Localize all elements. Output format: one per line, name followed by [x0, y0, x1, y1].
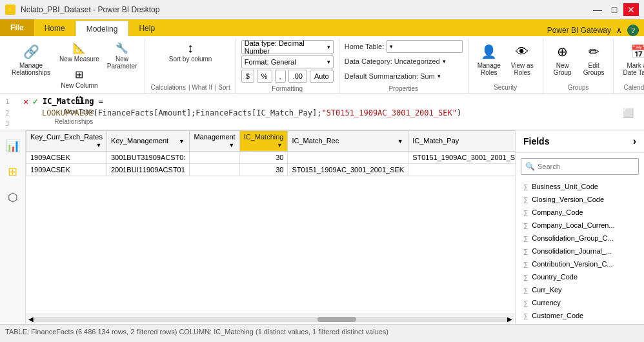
view-as-roles-button[interactable]: 👁 View asRoles — [507, 39, 538, 79]
filter-key-curr-icon[interactable]: ▼ — [95, 141, 103, 149]
dollar-button[interactable]: $ — [241, 70, 254, 83]
field-icon: ∑ — [523, 235, 528, 242]
cell-ic-match-rec-1 — [288, 152, 408, 164]
home-table-dropdown[interactable] — [387, 40, 462, 53]
cell-ic-matching-1: 30 — [239, 152, 288, 164]
col-key-mgmt[interactable]: Key_Management ▼ — [106, 131, 190, 152]
manage-roles-button[interactable]: 👤 ManageRoles — [474, 39, 505, 79]
field-label: Business_Unit_Code — [532, 183, 598, 190]
fields-expand-icon[interactable]: › — [633, 136, 636, 147]
home-table-row: Home Table: — [345, 40, 463, 54]
new-column-button[interactable]: ⊞ New Column — [57, 65, 102, 90]
cell-key-mgmt-1: 3001BUT31909ACST0: — [106, 152, 190, 164]
new-measure-button[interactable]: 📐 New Measure — [57, 39, 102, 64]
col-ic-matching[interactable]: IC_Matching ▼ — [239, 131, 288, 152]
scrollbar-track[interactable] — [34, 317, 507, 322]
field-label: Closing_Version_Code — [532, 196, 604, 203]
formula-row-3: 3 — [0, 119, 644, 128]
field-label: Company_Code — [532, 208, 583, 216]
filter-ic-match-rec-icon[interactable]: ▼ — [396, 137, 404, 145]
horizontal-scrollbar[interactable]: ◀ ▶ — [26, 314, 515, 324]
data-table[interactable]: Key_Curr_Exch_Rates ▼ Key_Management ▼ M… — [26, 130, 515, 314]
data-grid: Key_Curr_Exch_Rates ▼ Key_Management ▼ M… — [26, 130, 515, 176]
tab-file[interactable]: File — [0, 19, 34, 36]
new-parameter-button[interactable]: 🔧 NewParameter — [105, 39, 140, 71]
new-group-label: NewGroup — [554, 62, 572, 76]
decimal-decrease-button[interactable]: .00 — [288, 70, 307, 83]
filter-management-icon[interactable]: ▼ — [228, 141, 236, 149]
fields-panel: Fields › 🔍 ∑ Business_Unit_Code ∑ Closin… — [515, 130, 644, 324]
table-row: 1909ACSEK 2001BUI11909ACST01 30 ST0151_1… — [26, 164, 516, 176]
default-summarization-label: Default Summarization: Sum — [345, 72, 435, 80]
comma-button[interactable]: , — [275, 70, 286, 83]
col-management[interactable]: Management ▼ — [190, 131, 239, 152]
minimize-button[interactable]: — — [590, 3, 605, 16]
tab-home[interactable]: Home — [34, 21, 75, 36]
report-view-icon[interactable]: 📊 — [3, 136, 23, 156]
filter-ic-matching-icon[interactable]: ▼ — [276, 141, 283, 149]
manage-relationships-button[interactable]: 🔗 ManageRelationships — [8, 39, 54, 79]
data-view-icon[interactable]: ⊞ — [3, 161, 23, 182]
new-parameter-label: NewParameter — [107, 55, 137, 70]
close-button[interactable]: ✕ — [623, 3, 639, 16]
properties-group-label: Properties — [345, 84, 463, 92]
list-item[interactable]: ∑ Consolidation_Journal_... — [516, 245, 644, 257]
app-icon: ⚡ — [5, 5, 15, 15]
format-dropdown[interactable]: Format: General — [241, 55, 334, 68]
list-item[interactable]: 🗓 Date — [516, 322, 644, 324]
field-icon: ∑ — [523, 209, 528, 216]
main-content: 📊 ⊞ ⬡ Key_Curr_Exch_Rates ▼ Key_Manageme… — [0, 130, 644, 324]
mark-date-table-label: Mark asDate Table — [623, 62, 644, 76]
list-item[interactable]: ∑ Business_Unit_Code — [516, 180, 644, 193]
list-item[interactable]: ∑ Company_Local_Curren... — [516, 219, 644, 232]
scroll-left-icon[interactable]: ◀ — [28, 316, 34, 323]
model-view-icon[interactable]: ⬡ — [3, 187, 23, 208]
field-label: Currency — [532, 299, 561, 307]
sort-by-column-button[interactable]: ↕ Sort by column — [166, 39, 215, 64]
maximize-button[interactable]: □ — [607, 3, 622, 16]
line-number-3: 3 — [5, 119, 18, 128]
data-category-label: Data Category: Uncategorized — [345, 57, 440, 65]
table-row: 1909ACSEK 3001BUT31909ACST0: 30 ST0151_1… — [26, 152, 516, 164]
data-category-chevron[interactable]: ▾ — [443, 58, 446, 65]
list-item[interactable]: ∑ Curr_Key — [516, 283, 644, 296]
sort-icon: ↕ — [183, 40, 198, 55]
scrollbar-thumb[interactable] — [317, 317, 356, 322]
home-table-label: Home Table: — [345, 43, 385, 50]
list-item[interactable]: ∑ Customer_Code — [516, 309, 644, 322]
col-ic-match-rec[interactable]: IC_Match_Rec ▼ — [288, 131, 408, 152]
new-column-label: New Column — [61, 82, 97, 89]
col-ic-match-pay[interactable]: IC_Match_Pay ▼ — [408, 131, 515, 152]
gateway-expand-icon[interactable]: ∧ — [616, 26, 622, 35]
tab-help[interactable]: Help — [128, 21, 165, 36]
field-label: Customer_Code — [532, 312, 583, 319]
field-label: Contribution_Version_C... — [532, 260, 612, 268]
percent-button[interactable]: % — [257, 70, 272, 83]
list-item[interactable]: ∑ Company_Code — [516, 206, 644, 219]
tab-modeling[interactable]: Modeling — [75, 21, 129, 36]
decimal-increase-button[interactable]: Auto — [310, 70, 334, 83]
summarization-chevron[interactable]: ▾ — [438, 73, 441, 79]
formula-confirm-icon[interactable]: ✓ — [32, 96, 37, 106]
cell-key-mgmt-2: 2001BUI11909ACST01 — [106, 164, 190, 176]
list-item[interactable]: ∑ Currency — [516, 296, 644, 309]
mark-as-date-table-button[interactable]: 📅 Mark asDate Table — [619, 39, 644, 79]
list-item[interactable]: ∑ Country_Code — [516, 270, 644, 283]
list-item[interactable]: ∑ Consolidation_Group_C... — [516, 232, 644, 245]
fields-search-input[interactable] — [538, 163, 634, 170]
filter-key-mgmt-icon[interactable]: ▼ — [177, 137, 185, 145]
list-item[interactable]: ∑ Contribution_Version_C... — [516, 257, 644, 270]
col-key-curr[interactable]: Key_Curr_Exch_Rates ▼ — [26, 131, 107, 152]
ribbon-tab-bar: File Home Modeling Help Power BI Gateway… — [0, 19, 644, 36]
scroll-right-icon[interactable]: ▶ — [507, 316, 512, 323]
data-type-dropdown[interactable]: Data type: Decimal Number — [241, 40, 334, 54]
calendars-group-label: Calendars — [624, 83, 645, 91]
edit-groups-button[interactable]: ✏ EditGroups — [579, 39, 609, 79]
help-icon[interactable]: ? — [627, 25, 639, 36]
cell-key-curr-2: 1909ACSEK — [26, 164, 107, 176]
new-group-button[interactable]: ⊕ NewGroup — [548, 39, 577, 79]
formula-cancel-icon[interactable]: ✕ — [23, 96, 28, 106]
fields-search-box[interactable]: 🔍 — [521, 158, 639, 175]
formula-expand-icon[interactable]: ⬜ — [623, 108, 639, 118]
list-item[interactable]: ∑ Closing_Version_Code — [516, 193, 644, 206]
